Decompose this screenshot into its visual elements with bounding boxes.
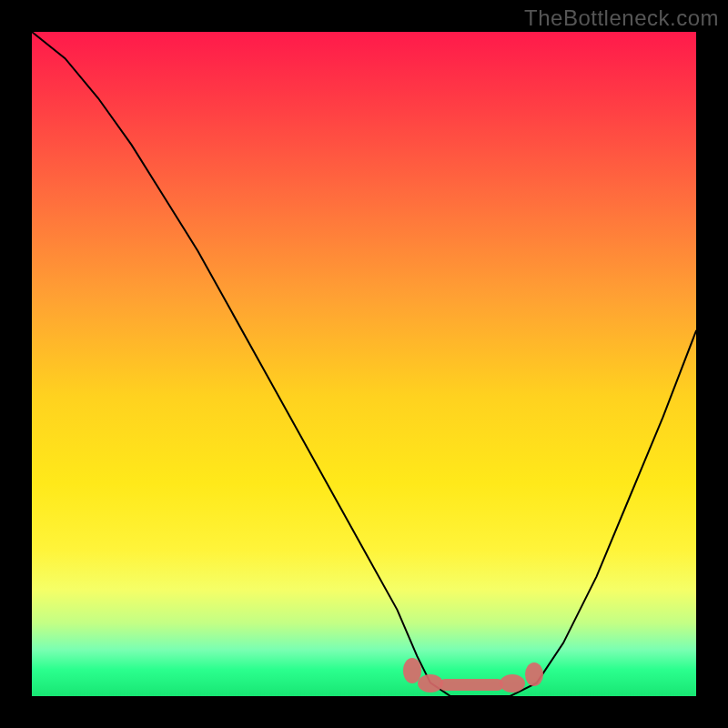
svg-rect-2 [440, 679, 503, 691]
svg-point-4 [525, 662, 543, 686]
bottleneck-curve [32, 32, 696, 696]
plot-area [32, 32, 696, 696]
optimal-zone-marker [403, 658, 543, 693]
svg-point-1 [418, 674, 443, 693]
svg-point-0 [403, 658, 421, 683]
curve-layer [32, 32, 696, 696]
chart-frame: TheBottleneck.com [0, 0, 728, 728]
svg-point-3 [500, 674, 525, 693]
watermark-text: TheBottleneck.com [524, 5, 719, 31]
